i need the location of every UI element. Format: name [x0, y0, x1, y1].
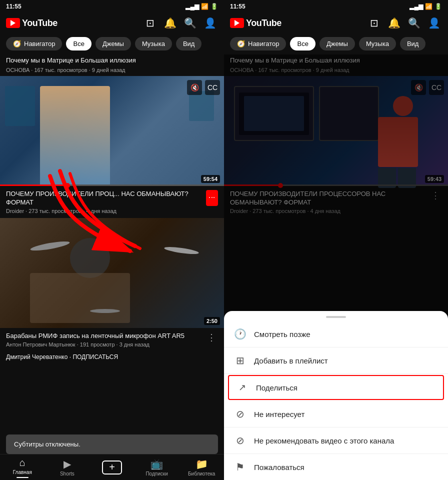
home-label-left: Главная	[13, 470, 32, 475]
sheet-item-share[interactable]: ↗ Поделиться	[228, 375, 444, 400]
nav-shorts-left[interactable]: ▶ Shorts	[45, 456, 90, 478]
sheet-item-add-playlist[interactable]: ⊞ Добавить в плейлист	[224, 348, 448, 374]
cast-icon-right[interactable]: ⊡	[366, 15, 382, 31]
prev-video-title-left: Почему мы в Матрице и Большая иллюзия	[0, 54, 224, 66]
bottom-nav-left: ⌂ Главная ▶ Shorts + 📺 Подписки 📁 Библио…	[0, 454, 224, 480]
video2-thumb-left[interactable]: 2:50	[0, 218, 224, 328]
time-left: 11:55	[6, 3, 22, 10]
home-underline-left	[16, 477, 28, 478]
compass-icon-left: 🧭	[13, 40, 21, 48]
sheet-item-report[interactable]: ⚑ Пожаловаться	[224, 454, 448, 480]
video2-bg-left	[0, 218, 224, 328]
not-interested-label: Не интересует	[254, 410, 304, 418]
video1-progress-dot-left	[65, 183, 70, 188]
block-channel-icon: ⊘	[234, 434, 246, 446]
video3-preview-left: Дмитрий Череватенко · ПОДПИСАТЬСЯ	[0, 352, 224, 362]
yt-red-icon-right	[230, 18, 244, 28]
right-panel: 11:55 ▂▄▆ 📶 🔋 YouTube ⊡ 🔔 🔍 👤 🧭 Навигато…	[224, 0, 448, 480]
library-icon-left: 📁	[196, 458, 208, 470]
block-channel-label: Не рекомендовать видео с этого канала	[254, 436, 394, 445]
status-icons-right: ▂▄▆ 📶 🔋	[410, 3, 442, 10]
search-icon-left[interactable]: 🔍	[182, 15, 198, 31]
account-icon-left[interactable]: 👤	[202, 15, 218, 31]
library-label-left: Библиотека	[188, 471, 215, 476]
sheet-item-not-interested[interactable]: ⊘ Не интересует	[224, 401, 448, 428]
battery-icon-right: 🔋	[434, 3, 442, 10]
chip-navigator-right[interactable]: 🧭 Навигатор	[230, 37, 286, 50]
chip-navigator-left[interactable]: 🧭 Навигатор	[6, 37, 62, 50]
cast-icon-left[interactable]: ⊡	[142, 15, 158, 31]
video1-menu-btn-left[interactable]: ⋮	[206, 190, 218, 206]
add-playlist-label: Добавить в плейлист	[254, 356, 328, 365]
sheet-item-watch-later[interactable]: 🕐 Смотреть позже	[224, 321, 448, 348]
nav-add-left[interactable]: +	[90, 458, 134, 476]
sheet-item-block-channel[interactable]: ⊘ Не рекомендовать видео с этого канала	[224, 428, 448, 454]
toast-left: Субтитры отключены.	[6, 434, 218, 454]
sheet-handle	[326, 316, 346, 318]
video2-text-left: Барабаны РМИФ запись на ленточный микроф…	[6, 332, 201, 348]
video1-progress-left	[0, 184, 224, 186]
signal-icon-right: ▂▄▆	[410, 3, 423, 10]
report-label: Пожаловаться	[254, 463, 304, 472]
chip-view-right[interactable]: Вид	[400, 37, 426, 50]
battery-icon: 🔋	[210, 3, 218, 10]
bell-icon-left[interactable]: 🔔	[162, 15, 178, 31]
signal-icon: ▂▄▆	[186, 3, 199, 10]
video2-meta-left: Антон Петрович Мартынюк · 191 просмотр ·…	[6, 342, 201, 348]
status-bar-right: 11:55 ▂▄▆ 📶 🔋	[224, 0, 448, 13]
bell-icon-right[interactable]: 🔔	[386, 15, 402, 31]
watch-later-label: Смотреть позже	[254, 330, 310, 338]
chip-all-left[interactable]: Все	[66, 37, 91, 50]
share-icon: ↗	[236, 382, 248, 393]
add-btn-left[interactable]: +	[102, 460, 122, 474]
video1-title-left: ПОЧЕМУ ПРОИЗВОДИТЕЛИ ПРОЦ... НАС ОБМАНЫВ…	[6, 190, 202, 207]
video2-title-left: Барабаны РМИФ запись на ленточный микроф…	[6, 332, 201, 340]
yt-text-right: YouTube	[246, 18, 282, 28]
nav-subscriptions-left[interactable]: 📺 Подписки	[134, 456, 180, 478]
share-label: Поделиться	[256, 384, 298, 392]
shorts-label-left: Shorts	[60, 471, 74, 476]
compass-icon-right: 🧭	[237, 40, 245, 48]
nav-home-left[interactable]: ⌂ Главная	[0, 455, 45, 480]
video1-info-left: ПОЧЕМУ ПРОИЗВОДИТЕЛИ ПРОЦ... НАС ОБМАНЫВ…	[0, 186, 224, 218]
time-right: 11:55	[230, 3, 246, 10]
top-bar-right: YouTube ⊡ 🔔 🔍 👤	[224, 13, 448, 35]
cc-icon-left[interactable]: CC	[205, 80, 220, 95]
mute-icon-left[interactable]: 🔇	[187, 80, 202, 95]
yt-text-left: YouTube	[22, 18, 58, 28]
video-list-left: Почему мы в Матрице и Большая иллюзия ОС…	[0, 54, 224, 454]
top-bar-left: YouTube ⊡ 🔔 🔍 👤	[0, 13, 224, 35]
video1-overlay-icons-left: 🔇 CC	[187, 80, 220, 95]
flag-icon: ⚑	[234, 461, 246, 473]
chip-music-right[interactable]: Музыка	[359, 37, 396, 50]
video2-menu-btn-left[interactable]: ⋮	[205, 332, 218, 343]
status-bar-left: 11:55 ▂▄▆ 📶 🔋	[0, 0, 224, 13]
account-icon-right[interactable]: 👤	[426, 15, 442, 31]
chips-bar-left: 🧭 Навигатор Все Джемы Музыка Вид	[0, 35, 224, 54]
chip-all-right[interactable]: Все	[290, 37, 315, 50]
wifi-icon: 📶	[201, 3, 208, 10]
chip-view-left[interactable]: Вид	[176, 37, 202, 50]
prev-video-meta-left: ОСНОВА · 167 тыс. просмотров · 9 дней на…	[0, 66, 224, 76]
video1-progress-fill-left	[0, 184, 67, 186]
nav-library-left[interactable]: 📁 Библиотека	[179, 456, 224, 478]
status-icons-left: ▂▄▆ 📶 🔋	[186, 3, 218, 10]
subscriptions-icon-left: 📺	[150, 458, 163, 470]
left-panel: 11:55 ▂▄▆ 📶 🔋 YouTube ⊡ 🔔 🔍 👤 🧭 Навигато…	[0, 0, 224, 480]
chip-music-left[interactable]: Музыка	[135, 37, 172, 50]
youtube-logo-left: YouTube	[6, 18, 58, 28]
youtube-logo-right: YouTube	[230, 18, 282, 28]
video1-duration-left: 59:54	[201, 175, 220, 183]
chip-gems-right[interactable]: Джемы	[320, 37, 355, 50]
home-icon-left: ⌂	[20, 457, 26, 468]
video1-text-left: ПОЧЕМУ ПРОИЗВОДИТЕЛИ ПРОЦ... НАС ОБМАНЫВ…	[6, 190, 202, 214]
yt-red-icon-left	[6, 18, 20, 28]
wifi-icon-right: 📶	[425, 3, 432, 10]
search-icon-right[interactable]: 🔍	[406, 15, 422, 31]
bottom-sheet: 🕐 Смотреть позже ⊞ Добавить в плейлист ↗…	[224, 311, 448, 480]
shorts-icon-left: ▶	[64, 458, 71, 470]
chip-gems-left[interactable]: Джемы	[96, 37, 131, 50]
video1-thumb-left[interactable]: 🔇 CC 59:54	[0, 76, 224, 186]
clock-icon: 🕐	[234, 328, 246, 340]
not-interested-icon: ⊘	[234, 408, 246, 420]
